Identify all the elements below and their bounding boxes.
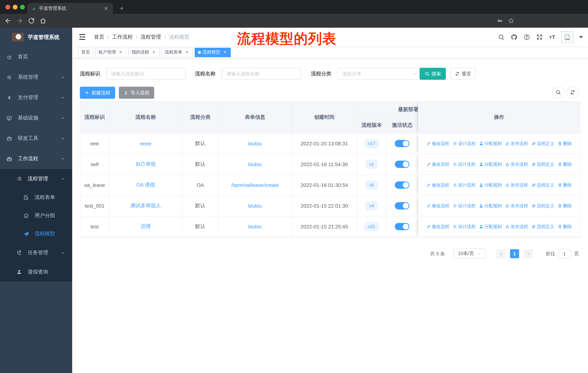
sidebar-item-devtools[interactable]: 研发工具 — [0, 128, 72, 149]
action-delete-link[interactable]: 删除 — [557, 161, 572, 167]
avatar-broken-image[interactable] — [561, 31, 573, 43]
goto-page-input[interactable] — [558, 249, 570, 259]
action-design-link[interactable]: 设计流程 — [452, 223, 475, 230]
search-icon[interactable] — [498, 34, 505, 40]
action-publish-link[interactable]: 发布流程 — [505, 182, 528, 188]
reload-icon[interactable] — [28, 17, 35, 24]
search-button[interactable]: 搜索 — [420, 68, 446, 80]
action-publish-link[interactable]: 发布流程 — [505, 203, 528, 209]
action-publish-link[interactable]: 发布流程 — [505, 141, 528, 147]
action-delete-link[interactable]: 删除 — [557, 182, 572, 188]
filter-name-input[interactable] — [222, 68, 301, 80]
help-icon[interactable] — [524, 34, 530, 40]
action-assign-rules-link[interactable]: 分配规则 — [479, 141, 502, 147]
action-design-link[interactable]: 设计流程 — [452, 203, 475, 209]
action-modify-link[interactable]: 修改流程 — [426, 182, 449, 188]
process-name-link[interactable]: OA 请假 — [136, 182, 155, 188]
create-process-button[interactable]: 新建流程 — [80, 87, 115, 99]
sidebar-item-task-mgmt[interactable]: 任务管理 — [0, 243, 72, 262]
form-info-link[interactable]: biubiu — [248, 224, 262, 230]
process-name-link[interactable]: 滔博 — [141, 223, 151, 229]
refresh-table-button[interactable] — [567, 86, 578, 98]
tab-tag-流程表单[interactable]: 流程表单✕ — [161, 48, 193, 57]
action-definition-link[interactable]: 流程定义 — [531, 203, 554, 209]
tab-tag-首页[interactable]: 首页 — [78, 48, 93, 57]
sidebar-item-system[interactable]: 系统管理 — [0, 67, 72, 87]
process-name-link[interactable]: eeee — [140, 141, 151, 146]
tab-close-icon[interactable]: ✕ — [103, 5, 109, 11]
action-modify-link[interactable]: 修改流程 — [426, 161, 449, 167]
github-icon[interactable] — [511, 34, 517, 40]
breadcrumb-process-mgmt[interactable]: 流程管理 — [141, 34, 161, 40]
form-info-link[interactable]: /bpm/oa/leave/create — [231, 182, 279, 188]
action-definition-link[interactable]: 流程定义 — [531, 223, 554, 230]
browser-tab[interactable]: 芋道管理系统 ✕ — [27, 3, 113, 14]
font-size-icon[interactable]: ᴛT — [549, 34, 555, 40]
action-modify-link[interactable]: 修改流程 — [426, 223, 449, 230]
bookmark-star-icon[interactable] — [508, 18, 514, 24]
sidebar-item-workflow[interactable]: 工作流程 — [0, 149, 72, 169]
form-info-link[interactable]: biubiu — [248, 203, 262, 209]
action-assign-rules-link[interactable]: 分配规则 — [479, 223, 502, 230]
action-assign-rules-link[interactable]: 分配规则 — [479, 182, 502, 188]
mac-zoom-button[interactable] — [20, 5, 25, 10]
close-icon[interactable]: ✕ — [151, 50, 156, 55]
toggle-search-button[interactable] — [552, 86, 564, 98]
sidebar-item-leave-query[interactable]: 请假查询 — [0, 262, 72, 282]
action-delete-link[interactable]: 删除 — [557, 223, 572, 230]
action-design-link[interactable]: 设计流程 — [452, 161, 475, 167]
action-delete-link[interactable]: 删除 — [557, 141, 572, 147]
new-tab-button[interactable]: + — [117, 4, 126, 13]
action-definition-link[interactable]: 流程定义 — [531, 141, 554, 147]
sidebar-item-infra[interactable]: 基础设施 — [0, 108, 72, 128]
active-toggle[interactable] — [395, 223, 409, 230]
sidebar-item-process-model[interactable]: 流程模型 — [0, 225, 72, 243]
prev-page-button[interactable] — [496, 249, 505, 258]
tab-tag-租户管理[interactable]: 租户管理✕ — [95, 48, 126, 57]
form-info-link[interactable]: biubiu — [248, 141, 262, 146]
tab-tag-流程模型[interactable]: 流程模型✕ — [195, 48, 231, 57]
fullscreen-icon[interactable] — [536, 34, 543, 40]
sidebar-item-home[interactable]: 首页 — [0, 47, 72, 67]
action-assign-rules-link[interactable]: 分配规则 — [479, 203, 502, 209]
process-name-link[interactable]: 自己审批 — [136, 161, 156, 167]
filter-category-select[interactable]: 流程分类 — [337, 68, 422, 80]
sidebar-item-payment[interactable]: ¥支付管理 — [0, 87, 72, 108]
action-delete-link[interactable]: 删除 — [557, 203, 572, 209]
reset-button[interactable]: 重置 — [451, 68, 475, 80]
action-definition-link[interactable]: 流程定义 — [531, 161, 554, 167]
collapse-sidebar-icon[interactable] — [78, 33, 86, 41]
action-publish-link[interactable]: 发布流程 — [505, 223, 528, 230]
close-icon[interactable]: ✕ — [118, 50, 123, 55]
close-icon[interactable]: ✕ — [184, 50, 189, 55]
active-toggle[interactable] — [395, 161, 409, 168]
sidebar-item-process-mgmt[interactable]: 流程管理 — [0, 169, 72, 188]
sidebar-item-process-form[interactable]: 流程表单 — [0, 188, 72, 207]
process-name-link[interactable]: 测试多审批人 — [130, 202, 161, 208]
active-toggle[interactable] — [395, 202, 409, 210]
forward-icon[interactable] — [16, 17, 23, 24]
action-modify-link[interactable]: 修改流程 — [426, 141, 449, 147]
active-toggle[interactable] — [395, 140, 409, 147]
breadcrumb-workflow[interactable]: 工作流程 — [112, 34, 133, 40]
action-definition-link[interactable]: 流程定义 — [531, 182, 554, 188]
close-icon[interactable]: ✕ — [222, 50, 228, 55]
action-modify-link[interactable]: 修改流程 — [426, 203, 449, 209]
key-icon[interactable] — [497, 18, 504, 24]
action-design-link[interactable]: 设计流程 — [452, 182, 475, 188]
mac-close-button[interactable] — [5, 5, 10, 10]
home-icon[interactable] — [39, 17, 47, 24]
next-page-button[interactable] — [524, 249, 533, 258]
action-assign-rules-link[interactable]: 分配规则 — [479, 161, 502, 167]
breadcrumb-home[interactable]: 首页 — [94, 34, 104, 40]
import-process-button[interactable]: 导入流程 — [119, 87, 154, 99]
back-icon[interactable] — [4, 17, 12, 24]
page-size-select[interactable]: 10条/页 — [453, 248, 486, 259]
action-design-link[interactable]: 设计流程 — [452, 141, 475, 147]
avatar-caret-icon[interactable] — [579, 36, 583, 38]
active-toggle[interactable] — [395, 181, 409, 189]
sidebar-item-user-group[interactable]: 用户分组 — [0, 207, 72, 225]
form-info-link[interactable]: biubiu — [248, 161, 262, 167]
tab-tag-我的流程[interactable]: 我的流程✕ — [128, 48, 160, 57]
mac-minimize-button[interactable] — [13, 5, 18, 10]
